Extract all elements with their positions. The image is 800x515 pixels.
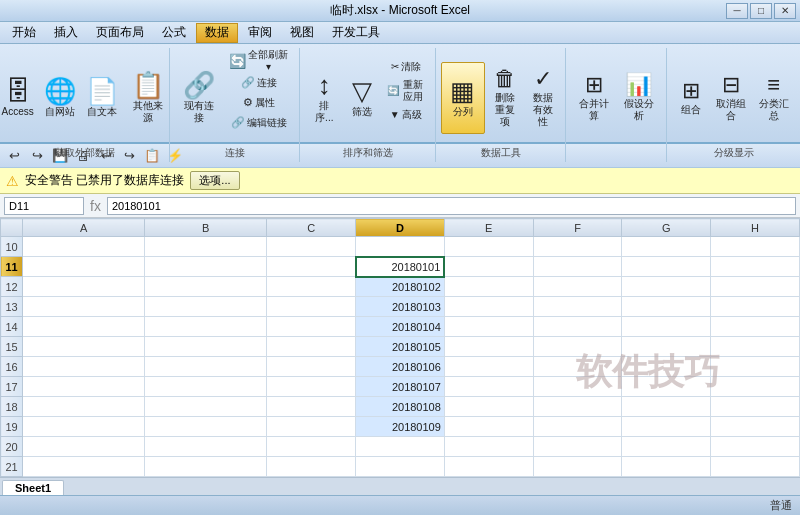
ribbon-btn-properties[interactable]: ⚙属性 [224, 94, 293, 112]
cell-C13[interactable] [267, 297, 356, 317]
cell-D10[interactable] [356, 237, 445, 257]
cell-E20[interactable] [444, 437, 533, 457]
cell-C18[interactable] [267, 397, 356, 417]
menu-item-审阅[interactable]: 审阅 [240, 23, 280, 43]
cell-A18[interactable] [23, 397, 145, 417]
col-header-D[interactable]: D [356, 219, 445, 237]
close-button[interactable]: ✕ [774, 3, 796, 19]
cell-G13[interactable] [622, 297, 711, 317]
cell-E21[interactable] [444, 457, 533, 477]
formula-input[interactable]: 20180101 [107, 197, 796, 215]
cell-G15[interactable] [622, 337, 711, 357]
cell-G14[interactable] [622, 317, 711, 337]
cell-F20[interactable] [533, 437, 622, 457]
ribbon-btn-edit-links[interactable]: 🔗编辑链接 [224, 114, 293, 132]
menu-item-数据[interactable]: 数据 [196, 23, 238, 43]
cell-A15[interactable] [23, 337, 145, 357]
cell-H16[interactable] [711, 357, 800, 377]
cell-B16[interactable] [145, 357, 267, 377]
cell-G18[interactable] [622, 397, 711, 417]
cell-B10[interactable] [145, 237, 267, 257]
cell-H19[interactable] [711, 417, 800, 437]
cell-C20[interactable] [267, 437, 356, 457]
cell-A10[interactable] [23, 237, 145, 257]
ribbon-btn-existing-connect[interactable]: 🔗 现有连接 [176, 62, 222, 134]
cell-B15[interactable] [145, 337, 267, 357]
cell-E17[interactable] [444, 377, 533, 397]
cell-E19[interactable] [444, 417, 533, 437]
cell-D21[interactable] [356, 457, 445, 477]
cell-C16[interactable] [267, 357, 356, 377]
cell-D17[interactable]: 20180107 [356, 377, 445, 397]
cell-H14[interactable] [711, 317, 800, 337]
cell-H17[interactable] [711, 377, 800, 397]
ribbon-btn-whatif[interactable]: 📊 假设分析 [617, 62, 660, 134]
menu-item-视图[interactable]: 视图 [282, 23, 322, 43]
cell-reference-box[interactable]: D11 [4, 197, 84, 215]
cell-B13[interactable] [145, 297, 267, 317]
minimize-button[interactable]: ─ [726, 3, 748, 19]
cell-C15[interactable] [267, 337, 356, 357]
cell-C21[interactable] [267, 457, 356, 477]
ribbon-btn-advanced[interactable]: ▼高级 [382, 104, 429, 126]
ribbon-btn-sort[interactable]: ↕ 排序... [306, 62, 342, 134]
ribbon-btn-other[interactable]: 📋 其他来源 [124, 62, 172, 134]
ribbon-btn-text[interactable]: 📄 自文本 [82, 62, 122, 134]
cell-H10[interactable] [711, 237, 800, 257]
ribbon-btn-filter[interactable]: ▽ 筛选 [344, 62, 380, 134]
cell-F15[interactable] [533, 337, 622, 357]
ribbon-btn-clear[interactable]: ✂清除 [382, 56, 429, 78]
cell-E15[interactable] [444, 337, 533, 357]
menu-item-公式[interactable]: 公式 [154, 23, 194, 43]
cell-B21[interactable] [145, 457, 267, 477]
cell-B20[interactable] [145, 437, 267, 457]
security-options-button[interactable]: 选项... [190, 171, 239, 190]
col-header-A[interactable]: A [23, 219, 145, 237]
cell-B19[interactable] [145, 417, 267, 437]
cell-B17[interactable] [145, 377, 267, 397]
col-header-B[interactable]: B [145, 219, 267, 237]
cell-A16[interactable] [23, 357, 145, 377]
maximize-button[interactable]: □ [750, 3, 772, 19]
cell-H15[interactable] [711, 337, 800, 357]
cell-G20[interactable] [622, 437, 711, 457]
cell-G21[interactable] [622, 457, 711, 477]
cell-F19[interactable] [533, 417, 622, 437]
cell-E14[interactable] [444, 317, 533, 337]
menu-item-插入[interactable]: 插入 [46, 23, 86, 43]
cell-D19[interactable]: 20180109 [356, 417, 445, 437]
cell-B11[interactable] [145, 257, 267, 277]
cell-E11[interactable] [444, 257, 533, 277]
menu-item-页面布局[interactable]: 页面布局 [88, 23, 152, 43]
cell-A19[interactable] [23, 417, 145, 437]
cell-F11[interactable] [533, 257, 622, 277]
ribbon-btn-split-col[interactable]: ▦ 分列 [441, 62, 485, 134]
cell-C10[interactable] [267, 237, 356, 257]
cell-F16[interactable] [533, 357, 622, 377]
menu-item-开发工具[interactable]: 开发工具 [324, 23, 388, 43]
cell-F10[interactable] [533, 237, 622, 257]
col-header-F[interactable]: F [533, 219, 622, 237]
cell-D13[interactable]: 20180103 [356, 297, 445, 317]
cell-A21[interactable] [23, 457, 145, 477]
ribbon-btn-connection[interactable]: 🔗连接 [224, 74, 293, 92]
cell-D14[interactable]: 20180104 [356, 317, 445, 337]
ribbon-btn-consolidate[interactable]: ⊞ 合并计算 [572, 62, 615, 134]
ribbon-btn-reapply[interactable]: 🔄重新应用 [382, 80, 429, 102]
cell-E18[interactable] [444, 397, 533, 417]
cell-H21[interactable] [711, 457, 800, 477]
cell-F13[interactable] [533, 297, 622, 317]
cell-D15[interactable]: 20180105 [356, 337, 445, 357]
col-header-[interactable] [1, 219, 23, 237]
col-header-H[interactable]: H [711, 219, 800, 237]
cell-E10[interactable] [444, 237, 533, 257]
col-header-G[interactable]: G [622, 219, 711, 237]
cell-D12[interactable]: 20180102 [356, 277, 445, 297]
cell-A11[interactable] [23, 257, 145, 277]
cell-H11[interactable] [711, 257, 800, 277]
cell-D18[interactable]: 20180108 [356, 397, 445, 417]
cell-D16[interactable]: 20180106 [356, 357, 445, 377]
cell-F17[interactable] [533, 377, 622, 397]
ribbon-btn-group[interactable]: ⊞ 组合 [673, 62, 709, 134]
cell-A12[interactable] [23, 277, 145, 297]
